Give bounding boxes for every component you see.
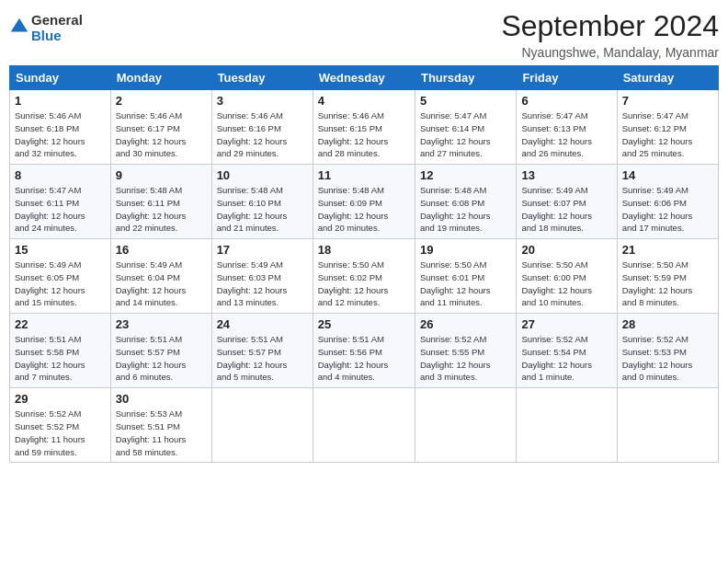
day-number: 3 (217, 94, 308, 108)
day-number: 14 (622, 168, 713, 182)
calendar-cell: 23Sunrise: 5:51 AMSunset: 5:57 PMDayligh… (110, 314, 211, 388)
svg-marker-0 (11, 17, 28, 31)
calendar-cell (313, 388, 415, 463)
cell-info: Sunrise: 5:48 AMSunset: 6:08 PMDaylight:… (420, 184, 511, 235)
day-number: 19 (420, 243, 511, 257)
cell-info: Sunrise: 5:47 AMSunset: 6:12 PMDaylight:… (622, 109, 713, 160)
calendar-cell: 4Sunrise: 5:46 AMSunset: 6:15 PMDaylight… (313, 90, 415, 165)
cell-info: Sunrise: 5:51 AMSunset: 5:58 PMDaylight:… (15, 333, 106, 384)
day-number: 7 (622, 94, 713, 108)
cell-info: Sunrise: 5:48 AMSunset: 6:09 PMDaylight:… (318, 184, 410, 235)
col-header-wednesday: Wednesday (313, 66, 415, 90)
calendar-cell: 24Sunrise: 5:51 AMSunset: 5:57 PMDayligh… (211, 314, 313, 388)
col-header-friday: Friday (517, 66, 617, 90)
calendar-week-row: 22Sunrise: 5:51 AMSunset: 5:58 PMDayligh… (10, 314, 719, 388)
title-block: September 2024 Nyaungshwe, Mandalay, Mya… (501, 9, 719, 60)
day-number: 29 (15, 392, 106, 406)
day-number: 20 (521, 243, 611, 257)
cell-info: Sunrise: 5:52 AMSunset: 5:53 PMDaylight:… (622, 333, 713, 384)
logo-icon (9, 17, 29, 37)
day-number: 13 (521, 168, 611, 182)
day-number: 4 (318, 94, 410, 108)
day-number: 25 (318, 317, 410, 331)
day-number: 8 (15, 168, 106, 182)
col-header-thursday: Thursday (415, 66, 516, 90)
calendar-cell (617, 388, 718, 463)
calendar-header-row: SundayMondayTuesdayWednesdayThursdayFrid… (10, 66, 719, 90)
calendar-table: SundayMondayTuesdayWednesdayThursdayFrid… (9, 65, 719, 463)
day-number: 28 (622, 317, 713, 331)
day-number: 24 (217, 317, 308, 331)
col-header-saturday: Saturday (617, 66, 718, 90)
cell-info: Sunrise: 5:52 AMSunset: 5:54 PMDaylight:… (521, 333, 611, 384)
cell-info: Sunrise: 5:51 AMSunset: 5:57 PMDaylight:… (116, 333, 207, 384)
cell-info: Sunrise: 5:50 AMSunset: 6:02 PMDaylight:… (318, 259, 410, 309)
day-number: 12 (420, 168, 511, 182)
calendar-cell: 10Sunrise: 5:48 AMSunset: 6:10 PMDayligh… (211, 165, 313, 239)
calendar-cell: 13Sunrise: 5:49 AMSunset: 6:07 PMDayligh… (517, 165, 617, 239)
col-header-sunday: Sunday (10, 66, 111, 90)
cell-info: Sunrise: 5:50 AMSunset: 6:01 PMDaylight:… (420, 259, 511, 309)
day-number: 16 (116, 243, 207, 257)
calendar-week-row: 1Sunrise: 5:46 AMSunset: 6:18 PMDaylight… (10, 90, 719, 165)
calendar-cell: 6Sunrise: 5:47 AMSunset: 6:13 PMDaylight… (517, 90, 617, 165)
cell-info: Sunrise: 5:52 AMSunset: 5:52 PMDaylight:… (15, 408, 106, 458)
calendar-week-row: 8Sunrise: 5:47 AMSunset: 6:11 PMDaylight… (10, 165, 719, 239)
cell-info: Sunrise: 5:52 AMSunset: 5:55 PMDaylight:… (420, 333, 511, 384)
calendar-cell: 20Sunrise: 5:50 AMSunset: 6:00 PMDayligh… (517, 239, 617, 314)
cell-info: Sunrise: 5:46 AMSunset: 6:16 PMDaylight:… (217, 109, 308, 160)
calendar-cell: 27Sunrise: 5:52 AMSunset: 5:54 PMDayligh… (517, 314, 617, 388)
cell-info: Sunrise: 5:49 AMSunset: 6:03 PMDaylight:… (217, 259, 308, 309)
day-number: 2 (116, 94, 207, 108)
calendar-cell: 1Sunrise: 5:46 AMSunset: 6:18 PMDaylight… (10, 90, 111, 165)
calendar-cell: 30Sunrise: 5:53 AMSunset: 5:51 PMDayligh… (110, 388, 211, 463)
logo: General Blue (9, 9, 83, 43)
day-number: 26 (420, 317, 511, 331)
calendar-cell (415, 388, 516, 463)
calendar-cell: 22Sunrise: 5:51 AMSunset: 5:58 PMDayligh… (10, 314, 111, 388)
calendar-cell: 3Sunrise: 5:46 AMSunset: 6:16 PMDaylight… (211, 90, 313, 165)
calendar-cell (517, 388, 617, 463)
calendar-cell: 17Sunrise: 5:49 AMSunset: 6:03 PMDayligh… (211, 239, 313, 314)
day-number: 30 (116, 392, 207, 406)
cell-info: Sunrise: 5:46 AMSunset: 6:15 PMDaylight:… (318, 109, 410, 160)
calendar-cell: 19Sunrise: 5:50 AMSunset: 6:01 PMDayligh… (415, 239, 516, 314)
cell-info: Sunrise: 5:50 AMSunset: 5:59 PMDaylight:… (622, 259, 713, 309)
calendar-cell: 2Sunrise: 5:46 AMSunset: 6:17 PMDaylight… (110, 90, 211, 165)
logo-text: General Blue (31, 13, 83, 43)
calendar-cell: 18Sunrise: 5:50 AMSunset: 6:02 PMDayligh… (313, 239, 415, 314)
calendar-week-row: 29Sunrise: 5:52 AMSunset: 5:52 PMDayligh… (10, 388, 719, 463)
calendar-cell: 15Sunrise: 5:49 AMSunset: 6:05 PMDayligh… (10, 239, 111, 314)
location-subtitle: Nyaungshwe, Mandalay, Myanmar (501, 45, 719, 60)
cell-info: Sunrise: 5:51 AMSunset: 5:56 PMDaylight:… (318, 333, 410, 384)
calendar-cell (211, 388, 313, 463)
cell-info: Sunrise: 5:53 AMSunset: 5:51 PMDaylight:… (116, 408, 207, 458)
day-number: 10 (217, 168, 308, 182)
day-number: 22 (15, 317, 106, 331)
day-number: 11 (318, 168, 410, 182)
day-number: 6 (521, 94, 611, 108)
day-number: 23 (116, 317, 207, 331)
calendar-week-row: 15Sunrise: 5:49 AMSunset: 6:05 PMDayligh… (10, 239, 719, 314)
cell-info: Sunrise: 5:47 AMSunset: 6:13 PMDaylight:… (521, 109, 611, 160)
cell-info: Sunrise: 5:49 AMSunset: 6:07 PMDaylight:… (521, 184, 611, 235)
calendar-cell: 28Sunrise: 5:52 AMSunset: 5:53 PMDayligh… (617, 314, 718, 388)
day-number: 21 (622, 243, 713, 257)
day-number: 27 (521, 317, 611, 331)
day-number: 17 (217, 243, 308, 257)
cell-info: Sunrise: 5:48 AMSunset: 6:10 PMDaylight:… (217, 184, 308, 235)
cell-info: Sunrise: 5:49 AMSunset: 6:06 PMDaylight:… (622, 184, 713, 235)
calendar-cell: 25Sunrise: 5:51 AMSunset: 5:56 PMDayligh… (313, 314, 415, 388)
day-number: 18 (318, 243, 410, 257)
calendar-cell: 29Sunrise: 5:52 AMSunset: 5:52 PMDayligh… (10, 388, 111, 463)
cell-info: Sunrise: 5:49 AMSunset: 6:05 PMDaylight:… (15, 259, 106, 309)
calendar-cell: 11Sunrise: 5:48 AMSunset: 6:09 PMDayligh… (313, 165, 415, 239)
calendar-cell: 8Sunrise: 5:47 AMSunset: 6:11 PMDaylight… (10, 165, 111, 239)
calendar-body: 1Sunrise: 5:46 AMSunset: 6:18 PMDaylight… (10, 90, 719, 463)
calendar-cell: 9Sunrise: 5:48 AMSunset: 6:11 PMDaylight… (110, 165, 211, 239)
cell-info: Sunrise: 5:46 AMSunset: 6:18 PMDaylight:… (15, 109, 106, 160)
col-header-tuesday: Tuesday (211, 66, 313, 90)
col-header-monday: Monday (110, 66, 211, 90)
cell-info: Sunrise: 5:47 AMSunset: 6:11 PMDaylight:… (15, 184, 106, 235)
day-number: 1 (15, 94, 106, 108)
